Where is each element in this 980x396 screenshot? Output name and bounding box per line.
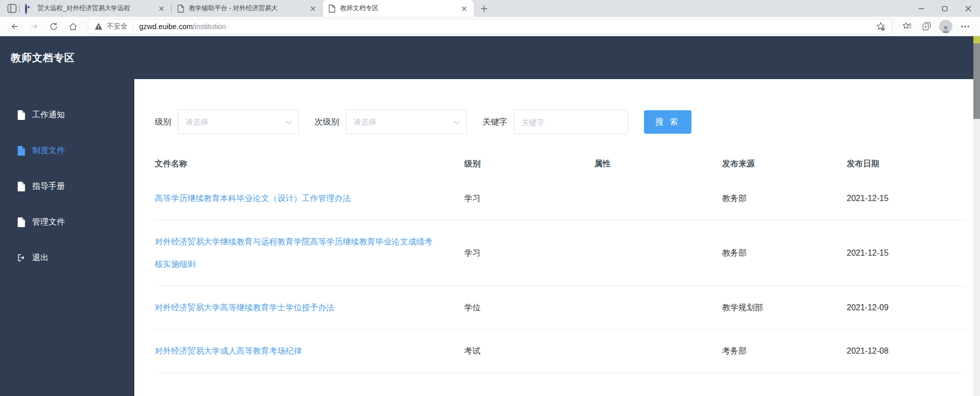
filter-bar: 级别 请选择 次级别 请选择 关键字 搜 索 — [155, 110, 966, 134]
level-select[interactable]: 请选择 — [178, 110, 299, 134]
page-favicon — [177, 5, 185, 13]
browser-toolbar: 不安全 gzwd.euibe.com /institution — [0, 17, 980, 36]
source-cell: 教务部 — [722, 248, 847, 259]
column-header-source: 发布来源 — [722, 159, 847, 169]
documents-table: 文件名称 级别 属性 发布来源 发布日期 高等学历继续教育本科毕业论文（设计）工… — [155, 151, 966, 373]
search-button[interactable]: 搜 索 — [644, 110, 691, 134]
sublevel-select[interactable]: 请选择 — [346, 110, 467, 134]
level-select-placeholder: 请选择 — [185, 117, 208, 127]
back-icon[interactable] — [5, 18, 25, 35]
close-tab-icon[interactable] — [157, 4, 166, 13]
page-scrollbar[interactable] — [973, 36, 980, 396]
main-content: 级别 请选择 次级别 请选择 关键字 搜 索 — [133, 79, 980, 396]
close-tab-icon[interactable] — [308, 4, 318, 13]
document-link[interactable]: 高等学历继续教育本科毕业论文（设计）工作管理办法 — [155, 187, 351, 210]
sidebar-item-label: 工作通知 — [32, 110, 65, 120]
maximize-icon[interactable] — [933, 0, 957, 17]
tab-title: 贸大远程_对外经济贸易大学远程 — [37, 4, 157, 13]
web-page: 教师文档专区 工作通知 制度文件 指 — [0, 36, 980, 396]
tab-title: 教师文档专区 — [340, 4, 460, 13]
collections-icon[interactable] — [917, 18, 936, 35]
tab-1[interactable]: 贸大远程_对外经济贸易大学远程 — [20, 0, 171, 17]
document-link[interactable]: 对外经济贸易大学成人高等教育考场纪律 — [155, 340, 302, 362]
address-bar[interactable]: 不安全 gzwd.euibe.com /institution — [88, 19, 892, 34]
scrollbar-thumb[interactable] — [973, 43, 980, 119]
logout-icon — [17, 253, 25, 263]
favorites-hub-icon[interactable] — [897, 18, 917, 35]
forward-icon[interactable] — [25, 18, 44, 35]
url-host: gzwd.euibe.com — [139, 22, 193, 31]
university-seal-favicon — [25, 5, 33, 13]
home-icon[interactable] — [63, 18, 83, 35]
scrollbar-marker — [973, 36, 980, 43]
new-tab-icon[interactable] — [477, 2, 491, 16]
chevron-down-icon — [453, 120, 460, 125]
minimize-icon[interactable] — [910, 0, 933, 17]
date-cell: 2021-12-08 — [847, 346, 966, 356]
document-icon — [17, 110, 25, 120]
column-header-date: 发布日期 — [847, 159, 966, 169]
source-cell: 考务部 — [722, 346, 847, 357]
sidebar-item-label: 制度文件 — [32, 145, 65, 156]
document-link[interactable]: 对外经济贸易大学高等继续教育学士学位授予办法 — [155, 296, 334, 319]
tab-title: 教学辅助平台 - 对外经济贸易大 — [189, 4, 308, 13]
table-row: 高等学历继续教育本科毕业论文（设计）工作管理办法 学习 教务部 2021-12-… — [155, 177, 966, 220]
table-row: 对外经济贸易大学继续教育与远程教育学院高等学历继续教育毕业论文成绩考核实施细则 … — [155, 220, 966, 286]
sidebar-logout[interactable]: 退出 — [0, 240, 133, 276]
close-tab-icon[interactable] — [460, 4, 469, 13]
table-row: 对外经济贸易大学高等继续教育学士学位授予办法 学位 教学规划部 2021-12-… — [155, 286, 966, 330]
add-favorite-star-icon[interactable] — [876, 21, 886, 31]
level-cell: 学习 — [464, 193, 594, 204]
sidebar-item[interactable]: 制度文件 — [0, 133, 133, 168]
source-cell: 教务部 — [722, 193, 847, 204]
document-link[interactable]: 对外经济贸易大学继续教育与远程教育学院高等学历继续教育毕业论文成绩考核实施细则 — [155, 231, 436, 276]
sidebar-item[interactable]: 工作通知 — [0, 97, 133, 133]
sidebar-item-label: 指导手册 — [32, 181, 65, 192]
column-header-name: 文件名称 — [155, 159, 464, 169]
close-window-icon[interactable] — [957, 0, 980, 17]
page-favicon — [328, 5, 336, 13]
level-cell: 学习 — [464, 248, 594, 259]
table-row: 对外经济贸易大学成人高等教育考场纪律 考试 考务部 2021-12-08 — [155, 330, 966, 373]
sidebar-item-label: 退出 — [32, 253, 49, 263]
keyword-input[interactable] — [514, 110, 628, 134]
page-title: 教师文档专区 — [11, 51, 75, 65]
window-controls — [910, 0, 980, 17]
date-cell: 2021-12-15 — [847, 249, 966, 258]
keyword-filter-label: 关键字 — [483, 117, 507, 128]
document-icon — [17, 217, 25, 227]
browser-tab-strip: 贸大远程_对外经济贸易大学远程 教学辅助平台 - 对外经济贸易大 教师文档专区 — [0, 0, 980, 17]
profile-avatar[interactable] — [936, 18, 955, 35]
sublevel-filter-label: 次级别 — [315, 117, 339, 128]
tab-actions-menu-icon[interactable] — [4, 0, 19, 17]
settings-menu-icon[interactable] — [955, 18, 975, 35]
not-secure-warning-icon — [94, 22, 103, 30]
address-divider — [133, 22, 133, 31]
sidebar-item-label: 管理文件 — [32, 217, 65, 228]
security-label: 不安全 — [107, 22, 128, 31]
source-cell: 教学规划部 — [722, 303, 847, 313]
level-cell: 学位 — [464, 303, 594, 313]
page-header: 教师文档专区 — [0, 36, 980, 79]
date-cell: 2021-12-09 — [847, 303, 966, 312]
tab-3-active[interactable]: 教师文档专区 — [323, 0, 474, 17]
tab-2[interactable]: 教学辅助平台 - 对外经济贸易大 — [172, 0, 323, 17]
column-header-level: 级别 — [464, 159, 594, 169]
sublevel-select-placeholder: 请选择 — [353, 117, 376, 127]
sidebar-item[interactable]: 指导手册 — [0, 168, 133, 204]
level-filter-label: 级别 — [155, 117, 171, 128]
document-icon — [17, 182, 25, 191]
table-body: 高等学历继续教育本科毕业论文（设计）工作管理办法 学习 教务部 2021-12-… — [155, 177, 966, 373]
refresh-icon[interactable] — [44, 18, 63, 35]
sidebar-item[interactable]: 管理文件 — [0, 204, 133, 240]
document-icon — [17, 146, 25, 156]
column-header-attr: 属性 — [594, 159, 722, 169]
table-header-row: 文件名称 级别 属性 发布来源 发布日期 — [155, 151, 966, 177]
chevron-down-icon — [285, 120, 292, 125]
sidebar: 工作通知 制度文件 指导手册 管理文件 退出 — [0, 79, 133, 396]
url-path: /institution — [193, 22, 226, 31]
date-cell: 2021-12-15 — [847, 194, 966, 203]
level-cell: 考试 — [464, 346, 594, 357]
